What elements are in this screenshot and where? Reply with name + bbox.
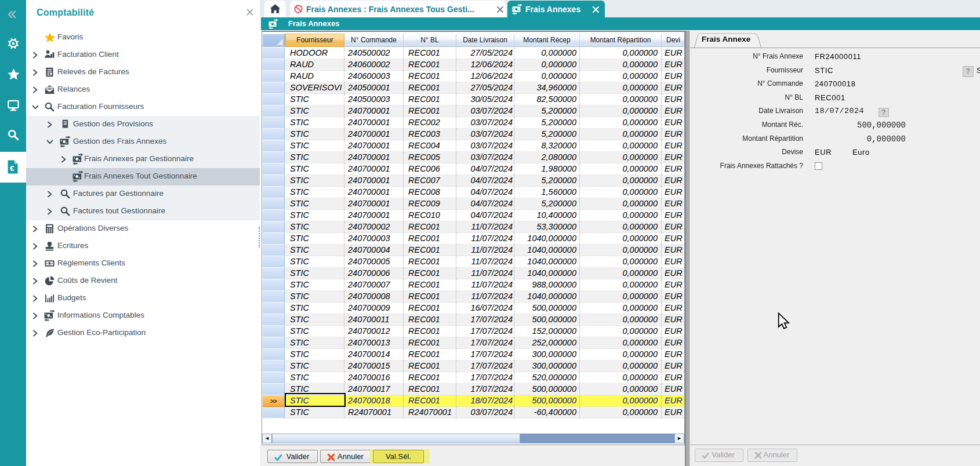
svg-text:€: € <box>10 164 14 173</box>
